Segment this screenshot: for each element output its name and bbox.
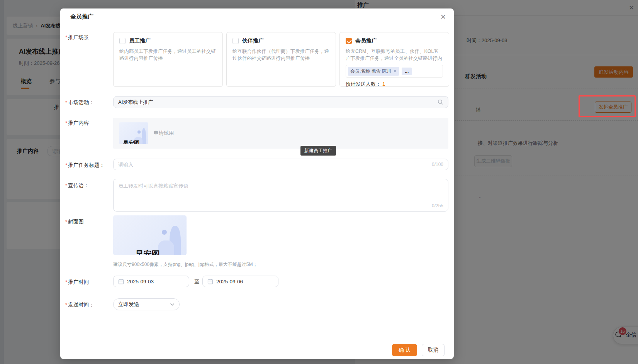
task-title-label: 推广任务标题： — [65, 162, 105, 169]
member-card-desc: 给无CRM、互联账号的员工、伙伴、KOL客户下发推广任务，通过全员的社交链路进行… — [346, 48, 443, 62]
employee-card-desc: 给内部员工下发推广任务，通过员工的社交链路进行内容推广传播 — [119, 48, 217, 62]
slogan-textarea[interactable] — [114, 179, 448, 201]
slogan-textarea-wrap: 0/255 — [113, 179, 448, 212]
slogan-counter: 0/255 — [432, 203, 443, 208]
tooltip-new-employee-promo: 新建员工推广 — [300, 146, 336, 156]
estimate-label: 预计发送人数： — [346, 81, 381, 87]
member-checkbox[interactable] — [346, 38, 352, 44]
calendar-icon — [207, 279, 213, 284]
search-icon[interactable] — [438, 99, 443, 105]
cancel-button[interactable]: 取消 — [422, 344, 445, 356]
calendar-icon — [118, 279, 124, 284]
member-filter-tag-text: 会员.名称 包含 陈川 — [350, 68, 391, 74]
send-time-select[interactable]: 立即发送 — [113, 298, 180, 310]
illustration-dot — [162, 230, 167, 235]
all-staff-promo-dialog: 全员推广 ✕ 推广场景 员工推广 给内部员工下发推广任务，通过员工的社交链路进行… — [60, 8, 454, 359]
more-filters-button[interactable]: ... — [402, 68, 412, 75]
campaign-input[interactable] — [118, 99, 438, 105]
scenario-card-partner[interactable]: 伙伴推广 给互联合作伙伴（代理商）下发推广任务，通过伙伴的社交链路进行内容推广传… — [226, 32, 336, 87]
campaign-label: 市场活动： — [65, 99, 94, 106]
send-time-value: 立即发送 — [118, 301, 139, 308]
date-range-separator: 至 — [194, 278, 199, 285]
estimate-row: 预计发送人数：1 — [346, 81, 443, 88]
chevron-down-icon — [170, 303, 175, 306]
illustration-robot — [158, 240, 174, 255]
scenario-card-employee[interactable]: 员工推广 给内部员工下发推广任务，通过员工的社交链路进行内容推广传播 — [113, 32, 223, 87]
employee-checkbox[interactable] — [119, 38, 126, 44]
promo-content-label: 推广内容 — [65, 120, 89, 127]
cover-label: 封面图 — [65, 218, 84, 225]
dialog-close-icon[interactable]: ✕ — [440, 13, 446, 21]
tag-close-icon[interactable]: ✕ — [393, 69, 397, 74]
start-date-value: 2025-09-03 — [127, 279, 154, 284]
cover-image[interactable]: 早安图 — [113, 215, 187, 255]
highlight-annotation-box — [579, 95, 636, 117]
illustration-dot — [137, 130, 141, 134]
partner-card-desc: 给互联合作伙伴（代理商）下发推广任务，通过伙伴的社交链路进行内容推广传播 — [232, 48, 330, 62]
end-date-picker[interactable]: 2025-09-06 — [202, 276, 278, 287]
end-date-value: 2025-09-06 — [216, 279, 243, 284]
member-filter-tag: 会员.名称 包含 陈川 ✕ — [348, 67, 399, 76]
scenario-card-member[interactable]: 会员推广 给无CRM、互联账号的员工、伙伴、KOL客户下发推广任务，通过全员的社… — [339, 32, 449, 87]
dialog-footer: 确 认 取消 — [60, 341, 454, 359]
employee-card-title: 员工推广 — [129, 37, 151, 44]
content-thumbnail[interactable]: 早安图 — [119, 122, 148, 144]
campaign-input-wrap — [113, 96, 448, 108]
member-filter-box[interactable]: 会员.名称 包含 陈川 ✕ ... — [346, 65, 443, 78]
send-time-label: 发送时间： — [65, 301, 94, 308]
content-item-label: 申请试用 — [154, 130, 174, 137]
cover-hint: 建议尺寸900x500像素，支持png、jpeg、jpg格式，最大不能超过5M； — [113, 261, 257, 268]
scenario-label: 推广场景 — [65, 34, 89, 41]
thumbnail-caption-fragment: 早安图 — [123, 140, 139, 144]
slogan-label: 宣传语： — [65, 182, 89, 189]
period-label: 推广时间 — [65, 279, 89, 286]
scenario-cards: 员工推广 给内部员工下发推广任务，通过员工的社交链路进行内容推广传播 伙伴推广 … — [113, 32, 449, 87]
partner-checkbox[interactable] — [232, 38, 239, 44]
task-title-input-wrap: 0/100 — [113, 159, 448, 170]
dialog-title: 全员推广 — [70, 13, 93, 20]
estimate-value: 1 — [382, 81, 385, 87]
cover-caption-fragment: 早安图 — [136, 249, 160, 255]
task-title-counter: 0/100 — [432, 162, 443, 167]
member-card-title: 会员推广 — [355, 37, 377, 44]
dialog-header: 全员推广 ✕ — [60, 8, 454, 25]
partner-card-title: 伙伴推广 — [242, 37, 264, 44]
start-date-picker[interactable]: 2025-09-03 — [113, 276, 189, 287]
task-title-input[interactable] — [118, 162, 429, 168]
promo-content-panel: 早安图 申请试用 — [113, 118, 448, 149]
confirm-button[interactable]: 确 认 — [392, 344, 417, 356]
